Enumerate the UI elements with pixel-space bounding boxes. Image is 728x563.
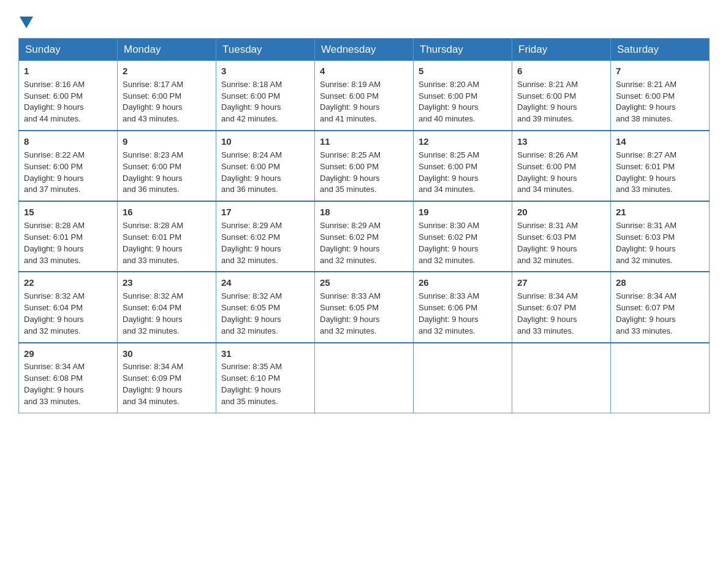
day-number: 4 <box>320 64 408 78</box>
day-info: Sunrise: 8:34 AMSunset: 6:08 PMDaylight:… <box>24 361 112 407</box>
day-number: 29 <box>24 347 112 361</box>
day-info: Sunrise: 8:28 AMSunset: 6:01 PMDaylight:… <box>24 220 112 266</box>
day-number: 25 <box>320 276 408 289</box>
calendar-cell: 27Sunrise: 8:34 AMSunset: 6:07 PMDayligh… <box>512 272 611 342</box>
day-info: Sunrise: 8:20 AMSunset: 6:00 PMDaylight:… <box>419 79 507 125</box>
day-number: 2 <box>123 64 211 78</box>
day-number: 19 <box>419 205 507 219</box>
day-info: Sunrise: 8:29 AMSunset: 6:02 PMDaylight:… <box>221 220 309 266</box>
calendar-cell <box>414 343 512 413</box>
day-number: 16 <box>123 205 211 219</box>
calendar-week-row: 15Sunrise: 8:28 AMSunset: 6:01 PMDayligh… <box>19 201 710 272</box>
day-info: Sunrise: 8:24 AMSunset: 6:00 PMDaylight:… <box>221 150 309 196</box>
calendar-cell: 8Sunrise: 8:22 AMSunset: 6:00 PMDaylight… <box>19 131 118 201</box>
calendar-cell: 12Sunrise: 8:25 AMSunset: 6:00 PMDayligh… <box>414 131 512 201</box>
day-info: Sunrise: 8:28 AMSunset: 6:01 PMDaylight:… <box>123 220 211 266</box>
day-number: 27 <box>517 276 605 289</box>
calendar-cell: 16Sunrise: 8:28 AMSunset: 6:01 PMDayligh… <box>118 201 216 272</box>
day-info: Sunrise: 8:32 AMSunset: 6:05 PMDaylight:… <box>221 291 309 337</box>
day-number: 5 <box>419 64 507 78</box>
day-number: 13 <box>517 135 605 148</box>
day-info: Sunrise: 8:33 AMSunset: 6:05 PMDaylight:… <box>320 291 408 337</box>
calendar-cell: 9Sunrise: 8:23 AMSunset: 6:00 PMDaylight… <box>118 131 216 201</box>
day-info: Sunrise: 8:25 AMSunset: 6:00 PMDaylight:… <box>320 150 408 196</box>
day-info: Sunrise: 8:33 AMSunset: 6:06 PMDaylight:… <box>419 291 507 337</box>
day-info: Sunrise: 8:35 AMSunset: 6:10 PMDaylight:… <box>221 361 309 407</box>
calendar-cell: 14Sunrise: 8:27 AMSunset: 6:01 PMDayligh… <box>611 131 710 201</box>
day-info: Sunrise: 8:32 AMSunset: 6:04 PMDaylight:… <box>123 291 211 337</box>
day-number: 3 <box>221 64 309 78</box>
calendar-cell: 18Sunrise: 8:29 AMSunset: 6:02 PMDayligh… <box>315 201 414 272</box>
day-number: 1 <box>24 64 112 78</box>
day-number: 23 <box>123 276 211 289</box>
day-info: Sunrise: 8:18 AMSunset: 6:00 PMDaylight:… <box>221 79 309 125</box>
calendar-cell: 17Sunrise: 8:29 AMSunset: 6:02 PMDayligh… <box>216 201 315 272</box>
calendar-cell <box>315 343 414 413</box>
calendar-cell: 3Sunrise: 8:18 AMSunset: 6:00 PMDaylight… <box>216 61 315 131</box>
calendar-table: SundayMondayTuesdayWednesdayThursdayFrid… <box>18 38 710 413</box>
calendar-cell: 28Sunrise: 8:34 AMSunset: 6:07 PMDayligh… <box>611 272 710 342</box>
day-number: 7 <box>616 64 704 78</box>
calendar-cell: 11Sunrise: 8:25 AMSunset: 6:00 PMDayligh… <box>315 131 414 201</box>
day-info: Sunrise: 8:22 AMSunset: 6:00 PMDaylight:… <box>24 150 112 196</box>
calendar-week-row: 29Sunrise: 8:34 AMSunset: 6:08 PMDayligh… <box>19 343 710 413</box>
day-number: 17 <box>221 205 309 219</box>
day-info: Sunrise: 8:19 AMSunset: 6:00 PMDaylight:… <box>320 79 408 125</box>
calendar-cell: 4Sunrise: 8:19 AMSunset: 6:00 PMDaylight… <box>315 61 414 131</box>
calendar-cell: 15Sunrise: 8:28 AMSunset: 6:01 PMDayligh… <box>19 201 118 272</box>
day-info: Sunrise: 8:16 AMSunset: 6:00 PMDaylight:… <box>24 79 112 125</box>
day-number: 26 <box>419 276 507 289</box>
day-info: Sunrise: 8:31 AMSunset: 6:03 PMDaylight:… <box>517 220 605 266</box>
calendar-cell: 26Sunrise: 8:33 AMSunset: 6:06 PMDayligh… <box>414 272 512 342</box>
calendar-week-row: 8Sunrise: 8:22 AMSunset: 6:00 PMDaylight… <box>19 131 710 201</box>
logo <box>18 15 34 27</box>
day-info: Sunrise: 8:17 AMSunset: 6:00 PMDaylight:… <box>123 79 211 125</box>
page: SundayMondayTuesdayWednesdayThursdayFrid… <box>0 0 728 426</box>
calendar-cell: 6Sunrise: 8:21 AMSunset: 6:00 PMDaylight… <box>512 61 611 131</box>
day-info: Sunrise: 8:34 AMSunset: 6:09 PMDaylight:… <box>123 361 211 407</box>
day-info: Sunrise: 8:23 AMSunset: 6:00 PMDaylight:… <box>123 150 211 196</box>
calendar-cell: 25Sunrise: 8:33 AMSunset: 6:05 PMDayligh… <box>315 272 414 342</box>
day-info: Sunrise: 8:29 AMSunset: 6:02 PMDaylight:… <box>320 220 408 266</box>
weekday-header-row: SundayMondayTuesdayWednesdayThursdayFrid… <box>19 39 710 61</box>
calendar-cell: 30Sunrise: 8:34 AMSunset: 6:09 PMDayligh… <box>118 343 216 413</box>
calendar-cell: 22Sunrise: 8:32 AMSunset: 6:04 PMDayligh… <box>19 272 118 342</box>
calendar-cell: 7Sunrise: 8:21 AMSunset: 6:00 PMDaylight… <box>611 61 710 131</box>
calendar-week-row: 22Sunrise: 8:32 AMSunset: 6:04 PMDayligh… <box>19 272 710 342</box>
day-info: Sunrise: 8:31 AMSunset: 6:03 PMDaylight:… <box>616 220 704 266</box>
calendar-cell: 10Sunrise: 8:24 AMSunset: 6:00 PMDayligh… <box>216 131 315 201</box>
day-info: Sunrise: 8:30 AMSunset: 6:02 PMDaylight:… <box>419 220 507 266</box>
logo-triangle-icon <box>20 17 33 28</box>
day-number: 18 <box>320 205 408 219</box>
calendar-cell <box>611 343 710 413</box>
calendar-cell: 13Sunrise: 8:26 AMSunset: 6:00 PMDayligh… <box>512 131 611 201</box>
day-number: 12 <box>419 135 507 148</box>
day-info: Sunrise: 8:32 AMSunset: 6:04 PMDaylight:… <box>24 291 112 337</box>
weekday-header-thursday: Thursday <box>414 39 512 61</box>
calendar-cell: 24Sunrise: 8:32 AMSunset: 6:05 PMDayligh… <box>216 272 315 342</box>
day-number: 28 <box>616 276 704 289</box>
day-number: 11 <box>320 135 408 148</box>
day-number: 20 <box>517 205 605 219</box>
day-info: Sunrise: 8:21 AMSunset: 6:00 PMDaylight:… <box>616 79 704 125</box>
weekday-header-friday: Friday <box>512 39 611 61</box>
day-info: Sunrise: 8:26 AMSunset: 6:00 PMDaylight:… <box>517 150 605 196</box>
day-info: Sunrise: 8:21 AMSunset: 6:00 PMDaylight:… <box>517 79 605 125</box>
weekday-header-sunday: Sunday <box>19 39 118 61</box>
calendar-cell: 1Sunrise: 8:16 AMSunset: 6:00 PMDaylight… <box>19 61 118 131</box>
day-info: Sunrise: 8:34 AMSunset: 6:07 PMDaylight:… <box>517 291 605 337</box>
day-number: 10 <box>221 135 309 148</box>
calendar-cell: 29Sunrise: 8:34 AMSunset: 6:08 PMDayligh… <box>19 343 118 413</box>
day-info: Sunrise: 8:34 AMSunset: 6:07 PMDaylight:… <box>616 291 704 337</box>
calendar-cell: 31Sunrise: 8:35 AMSunset: 6:10 PMDayligh… <box>216 343 315 413</box>
weekday-header-tuesday: Tuesday <box>216 39 315 61</box>
day-number: 22 <box>24 276 112 289</box>
day-number: 14 <box>616 135 704 148</box>
day-number: 15 <box>24 205 112 219</box>
day-info: Sunrise: 8:25 AMSunset: 6:00 PMDaylight:… <box>419 150 507 196</box>
weekday-header-monday: Monday <box>118 39 216 61</box>
day-number: 31 <box>221 347 309 361</box>
calendar-cell: 23Sunrise: 8:32 AMSunset: 6:04 PMDayligh… <box>118 272 216 342</box>
calendar-cell: 19Sunrise: 8:30 AMSunset: 6:02 PMDayligh… <box>414 201 512 272</box>
calendar-cell: 5Sunrise: 8:20 AMSunset: 6:00 PMDaylight… <box>414 61 512 131</box>
